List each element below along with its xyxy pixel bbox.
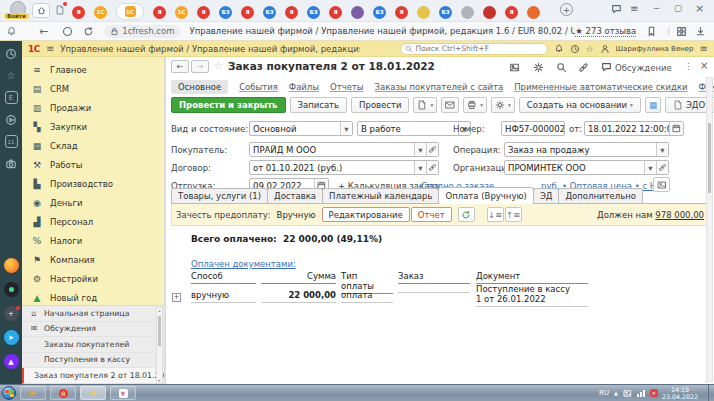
add-app-icon[interactable]: + [4,306,19,321]
global-search[interactable] [400,43,548,55]
browser-tab[interactable]: Я [395,6,408,19]
open-link-icon[interactable] [426,161,438,174]
send-email-button[interactable] [441,97,459,113]
sort-asc-button[interactable]: ↑≡ [505,207,522,222]
back-icon[interactable]: ← [39,25,48,38]
notifications-bell-icon[interactable] [6,26,17,37]
assistant-app-icon[interactable]: ▲ [4,354,19,369]
report-button[interactable]: Отчет [411,207,452,222]
cell-order[interactable] [398,290,470,293]
sidebar-section[interactable]: % Налоги [22,231,164,250]
favorite-star-icon[interactable]: ☆ [214,60,223,71]
open-window-item[interactable]: Заказ покупателя 2 от 18.01.2022 [22,368,164,384]
cell-method[interactable]: вручную [191,290,256,303]
col-header-document[interactable]: Документ [476,271,588,284]
open-link-icon[interactable] [656,161,668,174]
operation-field[interactable]: Заказ на продажу▾ [504,142,669,157]
browser-tab[interactable]: БЗ [219,6,232,19]
dropdown-icon[interactable]: ▾ [414,161,426,174]
create-file-button[interactable]: ▾ [413,97,437,113]
create-based-on-button[interactable]: Создать на основании▾ [519,97,641,113]
history-icon[interactable] [570,43,580,54]
browser-tab[interactable]: Я [329,6,342,19]
sidebar-section[interactable]: ▥ Продажи [22,98,164,117]
sidebar-section[interactable]: ≡ Главное [22,60,164,79]
dropdown-icon[interactable]: ▾ [644,161,656,174]
open-window-item[interactable]: Поступления в кассу [22,353,164,369]
doc-nav-link[interactable]: Основное [171,80,228,94]
discussion-button[interactable]: Обсуждение [601,62,672,73]
sidebar-section[interactable]: ▦ Склад [22,136,164,155]
taskbar-file-explorer[interactable]: ▰ [80,386,106,400]
print-settings-button[interactable]: ▾ [491,97,515,113]
browser-chat-icon[interactable] [611,4,622,15]
history-icon[interactable] [5,47,18,60]
subtab[interactable]: Платежный календарь [322,188,439,203]
subtab[interactable]: Дополнительно [558,188,643,203]
date-field[interactable]: 18.01.2022 12:00:00 [584,121,684,136]
taskbar-yandex-browser[interactable]: Я [50,386,76,400]
browser-tab[interactable] [527,6,540,19]
subtab[interactable]: Доставка [267,188,323,203]
sidebar-section[interactable]: ◉ Деньги [22,193,164,212]
taskbar-media-player[interactable]: ▶ [20,386,46,400]
sidebar-section[interactable]: ⚙ Настройки [22,269,164,288]
show-desktop-button[interactable] [708,385,712,401]
favorites-star-icon[interactable]: ☆ [586,44,594,54]
kind-field[interactable]: Основной▾ [249,121,353,136]
print-button[interactable]: ▾ [463,97,487,113]
paid-documents-link[interactable]: Оплачен документами: [191,259,296,269]
doc-nav-link[interactable]: Заказы покупателей с сайта [375,82,504,92]
browser-tab[interactable]: 1С [94,6,107,19]
subtab[interactable]: Оплата (Вручную) [438,187,533,204]
site-reviews[interactable]: ★ 273 отзыва [575,26,636,37]
user-icon[interactable] [600,43,610,54]
music-app-icon[interactable] [4,282,19,297]
open-window-item[interactable]: ✉ Обсуждения [22,322,164,338]
dropdown-icon[interactable]: ▾ [340,122,352,135]
sort-desc-button[interactable]: ↓≡ [487,207,504,222]
sidebar-section[interactable]: ▟ Персонал [22,212,164,231]
buyer-field[interactable]: ПРАЙД М ООО▾ [249,142,439,157]
browser-tab[interactable] [351,6,364,19]
doc-nav-link[interactable]: Отчеты [330,82,364,92]
new-tab-button[interactable]: + [560,3,573,16]
more-menu-icon[interactable]: ⋮ [684,61,693,71]
bookmark-icon[interactable] [646,26,657,37]
cell-sum[interactable]: 22 000,00 [261,290,336,303]
tray-network-icon[interactable] [637,390,645,397]
browser-tab[interactable] [417,6,430,19]
number-field[interactable]: НФ57-000002 [501,121,565,136]
subtab[interactable]: Товары, услуги (1) [171,188,268,203]
url-field[interactable]: 1cfresh.com [104,25,180,38]
open-window-item[interactable]: Заказы покупателей [22,337,164,353]
services-icon[interactable]: E [5,91,18,104]
notifications-icon[interactable] [554,43,564,54]
current-user[interactable]: Шарифуллина Венера Исмагилов... [616,45,694,53]
doc-nav-link[interactable]: События [239,82,278,92]
debt-amount-link[interactable]: 978 000,00 [655,210,704,220]
window-close-button[interactable]: × [695,2,704,15]
nav-back-button[interactable]: ← [171,60,189,73]
post-and-close-button[interactable]: Провести и закрыть [171,97,286,113]
browser-tab[interactable]: Я [72,6,85,19]
post-button[interactable]: Провести [351,97,409,113]
cell-document[interactable]: Поступление в кассу1 от 26.01.2022 [476,284,588,307]
calendar-icon[interactable] [669,122,683,135]
extensions-icon[interactable] [676,26,687,37]
subtab[interactable]: ЭД [533,188,560,203]
taskbar-y-app[interactable]: Y [110,386,136,400]
yandex-browser-app-icon[interactable] [4,258,19,273]
dropdown-icon[interactable]: ▾ [656,143,668,156]
dropdown-icon[interactable]: ▾ [414,143,426,156]
tray-action-center-icon[interactable]: ✕ [650,389,658,397]
browser-tab[interactable]: БЗ [263,6,276,19]
settings-menu-icon[interactable]: ≡ [700,43,708,54]
browser-tab[interactable]: 1С [175,6,188,19]
col-header-method[interactable]: Способ [191,271,256,284]
tray-pc-icon[interactable] [623,388,632,398]
start-button[interactable] [2,386,16,400]
browser-tab[interactable]: Я [505,6,518,19]
browser-menu-icon[interactable]: ≡ [630,3,638,14]
structure-button[interactable]: ▦ [645,97,661,113]
